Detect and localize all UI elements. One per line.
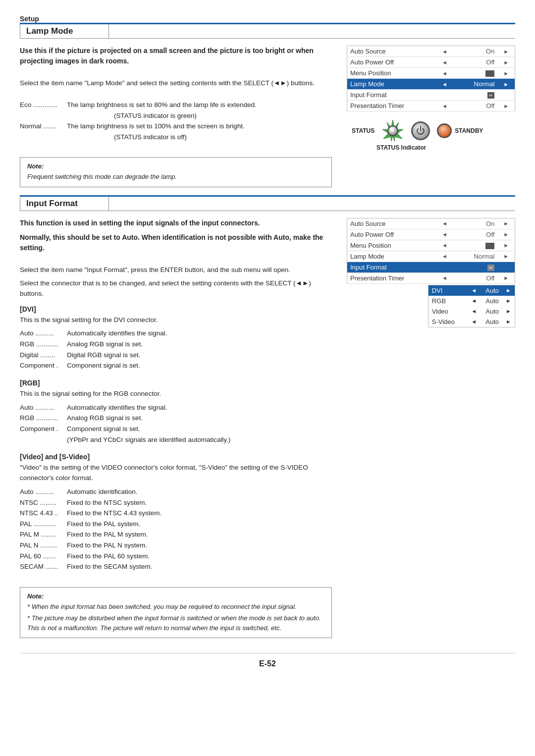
if-menu-row-lamp-mode: Lamp Mode ◄ Normal ► <box>347 251 515 262</box>
eco-key: Eco ............. <box>20 100 67 121</box>
normal-key: Normal ....... <box>20 121 67 142</box>
page-number-text: E-52 <box>259 659 276 668</box>
if-submenu-table: DVI ◄ Auto ► RGB ◄ Auto ► Video ◄ Au <box>428 285 515 327</box>
setup-label: Setup <box>20 15 39 23</box>
video-desc: "Video" is the setting of the VIDEO conn… <box>20 463 332 484</box>
dvi-desc: This is the signal setting for the DVI c… <box>20 315 332 325</box>
menu-row-input-format: Input Format ↵ <box>347 90 515 101</box>
lamp-mode-content: Use this if the picture is projected on … <box>20 46 515 187</box>
video-paln: PAL N ......... Fixed to the PAL N syste… <box>20 540 332 551</box>
menu-value-lamp-mode: Normal <box>453 79 498 90</box>
video-ntsc443: NTSC 4.43 .. Fixed to the NTSC 4.43 syst… <box>20 508 332 519</box>
menu-arrow2-input-format <box>497 90 515 101</box>
menu-arrow-left-pres-timer: ◄ <box>436 101 453 111</box>
lamp-mode-note-body: Frequent switching this mode can degrade… <box>27 172 324 182</box>
menu-value-auto-source: On <box>453 46 498 57</box>
menu-row-lamp-mode: Lamp Mode ◄ Normal ► <box>347 79 515 90</box>
if-sub-dvi: DVI ◄ Auto ► <box>428 285 515 296</box>
if-menu-table: Auto Source ◄ On ► Auto Power Off ◄ Off … <box>347 218 515 284</box>
lamp-mode-title-box: Lamp Mode <box>20 24 109 39</box>
rgb-title: [RGB] <box>20 379 332 387</box>
rgb-list-component: Component . Component signal is set. <box>20 424 332 434</box>
video-palm: PAL M ........ Fixed to the PAL M system… <box>20 529 332 540</box>
rgb-list: Auto .......... Automatically identifies… <box>20 402 332 445</box>
rgb-list-auto: Auto .......... Automatically identifies… <box>20 402 332 413</box>
lamp-mode-normal: Normal ....... The lamp brightness is se… <box>20 121 332 142</box>
video-pal60: PAL 60 ....... Fixed to the PAL 60 syste… <box>20 551 332 562</box>
menu-label-menu-position: Menu Position <box>347 68 436 79</box>
menu-value-menu-position <box>453 68 498 79</box>
input-format-content: This function is used in setting the inp… <box>20 218 515 638</box>
status-circle <box>387 125 398 136</box>
status-indicator-caption: STATUS Indicator <box>376 144 515 151</box>
eco-desc: The lamp brightness is set to 80% and th… <box>67 100 257 121</box>
menu-enter-input-format <box>436 90 453 101</box>
input-format-title-box: Input Format <box>20 197 109 211</box>
menu-arrow-left-auto-power-off: ◄ <box>436 57 453 68</box>
if-note-box: Note: * When the input format has been s… <box>20 587 332 639</box>
menu-row-menu-position: Menu Position ◄ ► <box>347 68 515 79</box>
menu-value-input-format: ↵ <box>453 90 498 101</box>
video-title: [Video] and [S-Video] <box>20 453 332 461</box>
dvi-list-rgb: RGB ............ Analog RGB signal is se… <box>20 339 332 350</box>
lamp-mode-note-title: Note: <box>27 162 324 170</box>
menu-arrow-left-lamp-mode: ◄ <box>436 79 453 90</box>
if-sub-rgb: RGB ◄ Auto ► <box>428 296 515 306</box>
setup-header: Setup <box>20 15 515 23</box>
dvi-list-component: Component . Component signal is set. <box>20 360 332 371</box>
power-button-icon: ⏻ <box>411 121 430 140</box>
rgb-list-rgb: RGB ............ Analog RGB signal is se… <box>20 413 332 424</box>
input-format-title-line <box>109 197 515 211</box>
status-starburst <box>381 119 404 142</box>
menu-arrow-right-menu-position: ► <box>497 68 515 79</box>
menu-row-pres-timer: Presentation Timer ◄ Off ► <box>347 101 515 111</box>
menu-arrow-right-auto-power-off: ► <box>497 57 515 68</box>
if-bold1: This function is used in setting the inp… <box>20 218 332 228</box>
lamp-mode-menu: Auto Source ◄ On ► Auto Power Off ◄ Off … <box>347 46 515 111</box>
status-label-text: STATUS <box>352 127 374 134</box>
page-number: E-52 <box>20 653 515 668</box>
menu-arrow-right-lamp-mode: ► <box>497 79 515 90</box>
menu-label-auto-power-off: Auto Power Off <box>347 57 436 68</box>
menu-row-auto-source: Auto Source ◄ On ► <box>347 46 515 57</box>
lamp-mode-eco: Eco ............. The lamp brightness is… <box>20 100 332 121</box>
menu-value-auto-power-off: Off <box>453 57 498 68</box>
dvi-list-digital: Digital ........ Digital RGB signal is s… <box>20 350 332 361</box>
lamp-mode-note-box: Note: Frequent switching this mode can d… <box>20 157 332 187</box>
if-sub-video: Video ◄ Auto ► <box>428 306 515 317</box>
rgb-desc: This is the signal setting for the RGB c… <box>20 389 332 399</box>
input-format-title-row: Input Format <box>20 197 515 211</box>
input-format-left: This function is used in setting the inp… <box>20 218 332 638</box>
menu-label-auto-source: Auto Source <box>347 46 436 57</box>
dvi-list-auto: Auto .......... Automatically identifies… <box>20 328 332 339</box>
menu-arrow-left-menu-position: ◄ <box>436 68 453 79</box>
normal-desc: The lamp brightness is set to 100% and t… <box>67 121 245 142</box>
menu-row-auto-power-off: Auto Power Off ◄ Off ► <box>347 57 515 68</box>
lamp-mode-right: Auto Source ◄ On ► Auto Power Off ◄ Off … <box>347 46 515 187</box>
if-body1: Select the item name "Input Format", pre… <box>20 265 332 275</box>
video-secam: SECAM ....... Fixed to the SECAM system. <box>20 561 332 572</box>
video-auto: Auto .......... Automatic identification… <box>20 486 332 497</box>
video-ntsc: NTSC ......... Fixed to the NTSC system. <box>20 497 332 508</box>
menu-arrow-right-pres-timer: ► <box>497 101 515 111</box>
lamp-mode-title-line <box>109 24 515 39</box>
dvi-list: Auto .......... Automatically identifies… <box>20 328 332 371</box>
if-body2: Select the connector that is to be chang… <box>20 278 332 299</box>
if-bold2: Normally, this should be set to Auto. Wh… <box>20 232 332 253</box>
rgb-list-note: (YPbPr and YCbCr signals are identified … <box>20 434 332 445</box>
menu-label-input-format: Input Format <box>347 90 436 101</box>
video-list: Auto .......... Automatic identification… <box>20 486 332 572</box>
menu-arrow-right-auto-source: ► <box>497 46 515 57</box>
video-pal: PAL ............ Fixed to the PAL system… <box>20 519 332 530</box>
lamp-mode-title-row: Lamp Mode <box>20 24 515 39</box>
lamp-mode-left: Use this if the picture is projected on … <box>20 46 332 187</box>
if-submenu-area: DVI ◄ Auto ► RGB ◄ Auto ► Video ◄ Au <box>347 285 515 327</box>
lamp-mode-title: Lamp Mode <box>26 26 73 36</box>
if-menu-row-input-format: Input Format ↵ <box>347 262 515 272</box>
if-menu-row-auto-power-off: Auto Power Off ◄ Off ► <box>347 229 515 240</box>
if-note-line1: * When the input format has been switche… <box>27 602 324 612</box>
menu-label-lamp-mode: Lamp Mode <box>347 79 436 90</box>
input-format-title: Input Format <box>26 199 78 208</box>
if-menu-row-pres-timer: Presentation Timer ◄ Off ► <box>347 272 515 283</box>
if-menu-row-auto-source: Auto Source ◄ On ► <box>347 218 515 229</box>
